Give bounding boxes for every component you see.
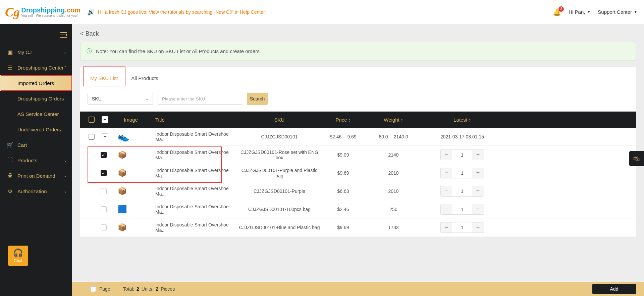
sidebar-item-imported-orders[interactable]: Imported Orders	[0, 75, 72, 91]
row-title: Indoor Disposable Smart Overshoe Ma...	[145, 204, 237, 215]
tab-label: My SKU List	[90, 75, 118, 81]
sidebar-label: Print on Demand	[17, 173, 64, 179]
auth-icon: ⚙	[7, 188, 13, 195]
row-price: $2.46	[321, 207, 365, 212]
qty-value[interactable]: 1	[452, 207, 472, 212]
row-title: Indoor Disposable Smart Overshoe Ma...	[145, 222, 237, 233]
header-announcement[interactable]: Hi, a fresh CJ goes live! View the tutor…	[98, 9, 266, 15]
info-note: ⓘ Note: You can find the SKU on SKU List…	[80, 42, 636, 60]
row-weight: 2010	[365, 188, 422, 194]
expand-all-button[interactable]: +	[102, 116, 108, 123]
qty-value[interactable]: 1	[452, 152, 472, 158]
add-button[interactable]: Add	[592, 284, 636, 294]
row-weight: 2140	[365, 152, 422, 158]
collapse-button[interactable]: −	[102, 133, 108, 140]
chat-button[interactable]: 🎧 Chat	[8, 246, 28, 266]
qty-plus-button[interactable]: +	[472, 186, 484, 196]
floating-cart-button[interactable]: 🛍	[629, 151, 644, 166]
search-button[interactable]: Search	[247, 93, 268, 105]
th-weight[interactable]: Weight▲▼	[365, 117, 422, 123]
total-label: Total:	[123, 286, 134, 292]
notifications-bell[interactable]: 🔔 2	[553, 8, 561, 16]
product-image: 📦	[115, 221, 129, 234]
tab-my-sku-list[interactable]: My SKU List	[84, 71, 125, 86]
row-title: Indoor Disposable Smart Overshoe Ma...	[145, 131, 237, 142]
th-sku: SKU	[237, 117, 321, 123]
sidebar-label: Dropshipping Center	[17, 65, 64, 71]
qty-plus-button[interactable]: +	[472, 168, 484, 178]
row-sku: CJJZGJSD00101-100pcs bag	[237, 207, 321, 212]
dashboard-icon: ▣	[7, 49, 13, 55]
sidebar-label: Authorization	[17, 188, 64, 194]
qty-value[interactable]: 1	[452, 170, 472, 176]
row-checkbox[interactable]	[101, 224, 107, 230]
qty-value[interactable]: 1	[452, 225, 472, 230]
row-sku: CJJZGJSD00101	[237, 134, 321, 139]
sidebar-sub-label: Imported Orders	[17, 80, 54, 86]
product-image: 📦	[115, 167, 129, 179]
sidebar-sub-label: Dropshipping Orders	[17, 96, 64, 101]
qty-minus-button[interactable]: −	[441, 204, 452, 214]
sidebar-label: Cart	[17, 142, 67, 148]
sidebar-item-cart[interactable]: 🛒 Cart	[0, 137, 72, 153]
qty-plus-button[interactable]: +	[472, 150, 484, 160]
search-type-dropdown[interactable]: SKU ⌄	[88, 93, 153, 105]
quantity-stepper: −1+	[440, 204, 484, 215]
row-sku: CJJZGJSD00101-Purple and Plastic bag	[237, 168, 321, 178]
note-text: Note: You can find the SKU on SKU List o…	[96, 48, 261, 54]
qty-plus-button[interactable]: +	[472, 204, 484, 214]
sort-icon: ▲▼	[348, 118, 351, 122]
qty-minus-button[interactable]: −	[441, 150, 452, 160]
bag-icon: 🛍	[633, 155, 640, 163]
support-center-link[interactable]: Support Center ▼	[598, 9, 637, 15]
chevron-up-icon: ⌃	[64, 65, 67, 70]
row-latest: 2021-03-17 08:01:15	[422, 134, 502, 139]
product-image: 👟	[116, 130, 130, 143]
back-link[interactable]: < Back	[72, 24, 644, 42]
sidebar-item-products[interactable]: ⛶ Products ⌄	[0, 153, 72, 168]
sidebar-item-dropshipping-orders[interactable]: Dropshipping Orders	[0, 91, 72, 106]
page-checkbox[interactable]	[90, 286, 96, 292]
table-row: 🟦 Indoor Disposable Smart Overshoe Ma...…	[80, 200, 636, 218]
tab-all-products[interactable]: All Products	[125, 71, 165, 86]
logo-cj-icon: Cg	[5, 6, 20, 18]
user-greeting: Hi Pan,	[569, 9, 585, 15]
sidebar-item-my-cj[interactable]: ▣ My CJ ⌄	[0, 44, 72, 60]
sort-icon: ▲▼	[469, 118, 471, 122]
logo-dropshipping: Dropshipping	[21, 6, 65, 14]
row-price: $9.69	[321, 170, 365, 176]
row-price: $2.46 -- 9.69	[321, 134, 365, 139]
sidebar-item-auth[interactable]: ⚙ Authorization ⌄	[0, 183, 72, 199]
row-checkbox[interactable]	[89, 134, 95, 140]
row-checkbox[interactable]: ✓	[101, 152, 107, 158]
row-checkbox[interactable]	[101, 206, 107, 212]
qty-value[interactable]: 1	[452, 188, 472, 194]
sidebar-item-as-service[interactable]: AS Service Center	[0, 106, 72, 122]
row-checkbox[interactable]	[101, 188, 107, 194]
sidebar-sub-label: Undelivered Orders	[17, 127, 61, 132]
sidebar-label: Products	[17, 158, 64, 163]
th-latest[interactable]: Latest▲▼	[422, 117, 502, 123]
th-price[interactable]: Price▲▼	[321, 117, 365, 123]
row-checkbox[interactable]: ✓	[101, 170, 107, 176]
sidebar-toggle[interactable]	[0, 24, 72, 44]
sidebar: ▣ My CJ ⌄ ☰ Dropshipping Center ⌃ Import…	[0, 24, 72, 296]
qty-minus-button[interactable]: −	[441, 168, 452, 178]
select-all-checkbox[interactable]	[89, 117, 95, 123]
th-title: Title	[145, 117, 237, 123]
qty-plus-button[interactable]: +	[472, 222, 484, 232]
sidebar-item-undelivered[interactable]: Undelivered Orders	[0, 122, 72, 137]
footer-bar: Page Total: 2 Units, 2 Pieces Add	[72, 282, 644, 296]
sku-search-input[interactable]	[158, 93, 242, 105]
tabs: My SKU List All Products	[80, 67, 636, 86]
logo[interactable]: Cg Dropshipping.com You sell - We source…	[5, 6, 80, 18]
logo-com: .com	[65, 6, 80, 14]
qty-minus-button[interactable]: −	[441, 186, 452, 196]
caret-down-icon: ▼	[587, 10, 590, 14]
quantity-stepper: −1+	[440, 186, 484, 197]
qty-minus-button[interactable]: −	[441, 222, 452, 232]
chevron-down-icon: ⌄	[64, 189, 67, 194]
user-menu[interactable]: Hi Pan, ▼	[569, 9, 590, 15]
sidebar-item-pod[interactable]: 🖶 Print on Demand ⌄	[0, 168, 72, 183]
sidebar-item-dropshipping-center[interactable]: ☰ Dropshipping Center ⌃	[0, 60, 72, 75]
